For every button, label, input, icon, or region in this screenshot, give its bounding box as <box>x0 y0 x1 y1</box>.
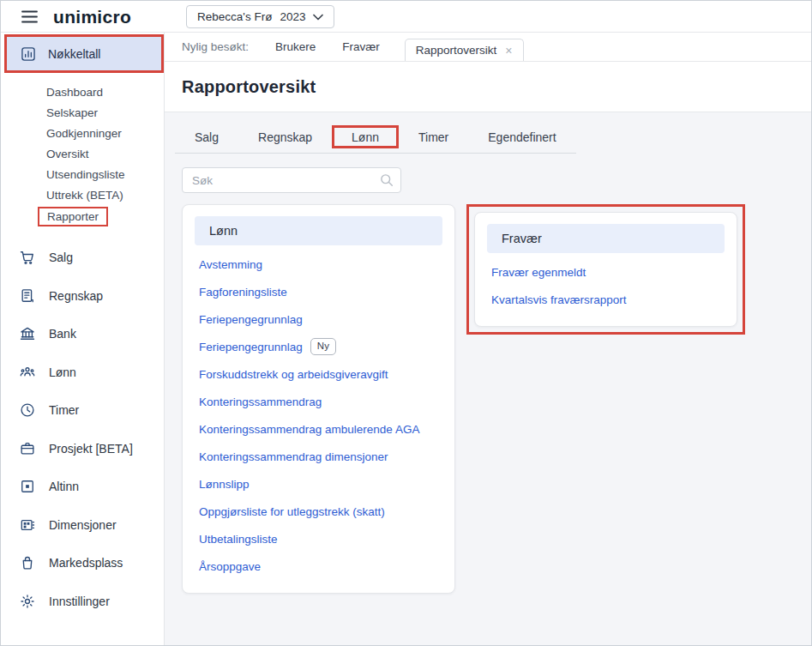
sidebar-item-nokkeltall[interactable]: Nøkkeltall <box>4 34 164 73</box>
sidebar-item-prosjekt[interactable]: Prosjekt [BETA] <box>1 430 164 468</box>
sidebar-subitem-selskaper[interactable]: Selskaper <box>46 102 164 123</box>
report-link[interactable]: Lønnslipp <box>199 478 250 491</box>
sidebar-subitem-rapporter[interactable]: Rapporter <box>46 205 164 228</box>
unimicro-logo: unimicro <box>53 8 131 26</box>
page-title: Rapportoversikt <box>182 77 316 97</box>
sidebar-item-label: Prosjekt [BETA] <box>49 442 133 456</box>
sidebar-item-markedsplass[interactable]: Markedsplass <box>1 544 164 583</box>
report-link[interactable]: Forskuddstrekk og arbeidsgiveravgift <box>199 368 388 381</box>
altinn-icon <box>19 478 36 495</box>
tab-salg[interactable]: Salg <box>175 121 238 153</box>
sidebar-item-salg[interactable]: Salg <box>1 238 164 277</box>
card-header-lonn: Lønn <box>195 216 442 245</box>
tab-lonn[interactable]: Lønn <box>332 125 399 148</box>
report-link-item: Konteringssammendrag dimensjoner <box>195 443 442 470</box>
sidebar-item-label: Lønn <box>49 365 76 379</box>
sidebar-item-label: Salg <box>49 251 73 264</box>
recently-visited-label: Nylig besøkt: <box>182 40 249 53</box>
report-link[interactable]: Feriepengegrunnlag <box>199 313 303 326</box>
content-area: Salg Regnskap Lønn Timer Egendefinert Lø… <box>165 112 811 645</box>
report-link[interactable]: Konteringssammendrag dimensjoner <box>199 450 388 463</box>
sidebar-item-timer[interactable]: Timer <box>1 391 164 430</box>
sidebar-subitem-uttrekk-beta[interactable]: Uttrekk (BETA) <box>46 184 164 205</box>
report-link-item: Konteringssammendrag ambulerende AGA <box>195 415 442 443</box>
recent-link-brukere[interactable]: Brukere <box>275 40 316 53</box>
sidebar-item-altinn[interactable]: Altinn <box>1 468 164 506</box>
sidebar-item-regnskap[interactable]: Regnskap <box>1 277 164 316</box>
report-link[interactable]: Utbetalingsliste <box>199 533 278 546</box>
sidebar-subitem-utsendingsliste[interactable]: Utsendingsliste <box>46 164 164 184</box>
report-link[interactable]: Årsoppgave <box>199 560 261 573</box>
tab-label: Rapportoversikt <box>416 44 497 57</box>
company-selector[interactable]: Rebecca's Frø 2023 <box>186 5 334 28</box>
report-link[interactable]: Fagforeningsliste <box>199 286 287 299</box>
report-link[interactable]: Feriepengegrunnlag <box>199 341 303 353</box>
report-link-item: Forskuddstrekk og arbeidsgiveravgift <box>195 360 442 388</box>
sidebar-item-lonn[interactable]: Lønn <box>1 353 164 392</box>
search-box <box>182 167 401 193</box>
rapporter-annotation[interactable]: Rapporter <box>38 207 108 226</box>
card-header-fravaer: Fravær <box>487 224 725 253</box>
report-link-item: Oppgjørsliste for utleggstrekk (skatt) <box>195 498 442 525</box>
hamburger-menu-icon[interactable] <box>21 8 39 25</box>
main-area: Nylig besøkt: Brukere Fravær Rapportover… <box>165 33 811 645</box>
topbar: unimicro Rebecca's Frø 2023 <box>1 1 811 33</box>
report-link-item: Utbetalingsliste <box>195 525 442 552</box>
sidebar-subitem-oversikt[interactable]: Oversikt <box>46 143 164 164</box>
report-link-item: Avstemming <box>195 251 442 278</box>
bar-chart-icon <box>20 45 37 63</box>
report-category-tabs: Salg Regnskap Lønn Timer Egendefinert <box>175 121 576 154</box>
report-link-item: Kvartalsvis fraværsrapport <box>487 286 725 313</box>
report-link[interactable]: Konteringssammendrag <box>199 395 322 408</box>
sidebar-item-label: Innstillinger <box>49 595 110 608</box>
sidebar-item-bank[interactable]: Bank <box>1 315 164 353</box>
company-year: 2023 <box>280 10 305 23</box>
report-cards: Lønn Avstemming Fagforeningsliste Feriep… <box>182 204 794 594</box>
gear-icon <box>19 593 36 610</box>
sidebar-item-label: Timer <box>49 403 79 417</box>
sidebar-subnav: Dashboard Selskaper Godkjenninger Oversi… <box>1 82 164 228</box>
fravaer-report-card: Fravær Fravær egenmeldt Kvartalsvis frav… <box>474 212 737 327</box>
cart-icon <box>19 249 36 266</box>
company-name: Rebecca's Frø <box>197 10 272 23</box>
report-link-item: Feriepengegrunnlag Ny <box>195 333 442 360</box>
report-link-item: Årsoppgave <box>195 552 442 580</box>
report-link[interactable]: Oppgjørsliste for utleggstrekk (skatt) <box>199 505 385 518</box>
sidebar-item-dimensjoner[interactable]: Dimensjoner <box>1 506 164 545</box>
sidebar-item-label: Dimensjoner <box>49 518 117 532</box>
sidebar-mainnav: Salg Regnskap Bank <box>1 238 164 620</box>
tab-regnskap[interactable]: Regnskap <box>238 121 332 153</box>
people-icon <box>19 364 36 381</box>
sidebar-item-label: Nøkkeltall <box>48 47 100 61</box>
sidebar-item-label: Markedsplass <box>49 556 123 570</box>
sidebar-subitem-godkjenninger[interactable]: Godkjenninger <box>46 123 164 143</box>
report-link-item: Fagforeningsliste <box>195 278 442 305</box>
new-badge: Ny <box>310 338 336 355</box>
sidebar-item-label: Regnskap <box>49 289 103 303</box>
sidebar-subitem-dashboard[interactable]: Dashboard <box>46 82 164 102</box>
app-window: unimicro Rebecca's Frø 2023 Nøkkeltall D… <box>0 0 812 646</box>
close-icon[interactable]: × <box>505 45 512 57</box>
sidebar-item-label: Bank <box>49 327 76 341</box>
tab-egendefinert[interactable]: Egendefinert <box>468 121 575 153</box>
search-input[interactable] <box>182 167 401 193</box>
lonn-report-card: Lønn Avstemming Fagforeningsliste Feriep… <box>182 204 455 594</box>
fravaer-annotation-box: Fravær Fravær egenmeldt Kvartalsvis frav… <box>466 204 745 335</box>
report-link-item: Konteringssammendrag <box>195 388 442 415</box>
shopping-bag-icon <box>19 554 36 571</box>
report-link[interactable]: Fravær egenmeldt <box>491 266 586 279</box>
tab-timer[interactable]: Timer <box>399 121 468 153</box>
ledger-icon <box>19 287 36 305</box>
recent-link-fravaer[interactable]: Fravær <box>342 40 380 53</box>
report-link-item: Feriepengegrunnlag <box>195 305 442 333</box>
report-link[interactable]: Avstemming <box>199 258 262 271</box>
tab-rapportoversikt[interactable]: Rapportoversikt × <box>405 39 524 61</box>
sidebar-item-innstillinger[interactable]: Innstillinger <box>1 583 164 621</box>
fravaer-report-list: Fravær egenmeldt Kvartalsvis fraværsrapp… <box>487 258 725 313</box>
chevron-down-icon <box>313 10 323 23</box>
sidebar: Nøkkeltall Dashboard Selskaper Godkjenni… <box>1 33 165 645</box>
report-link-item: Lønnslipp <box>195 470 442 498</box>
search-icon <box>379 172 394 191</box>
report-link[interactable]: Konteringssammendrag ambulerende AGA <box>199 423 419 436</box>
report-link[interactable]: Kvartalsvis fraværsrapport <box>491 293 627 306</box>
